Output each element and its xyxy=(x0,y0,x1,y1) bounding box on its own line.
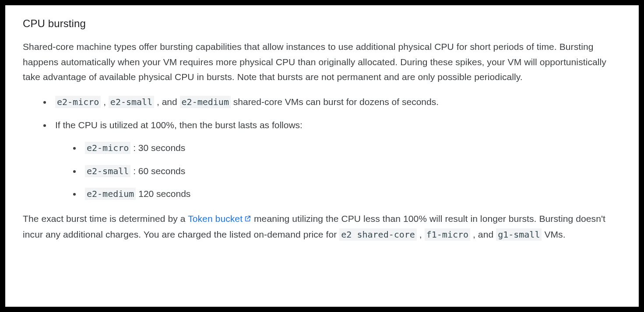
list-item: e2-micro : 30 seconds xyxy=(81,140,621,156)
intro-paragraph: Shared-core machine types offer bursting… xyxy=(23,39,621,85)
code-machine-type: e2-medium xyxy=(85,188,136,200)
code-g1-small: g1-small xyxy=(496,228,542,241)
external-link-icon xyxy=(244,212,251,227)
code-machine-type: e2-small xyxy=(85,165,130,177)
section-heading: CPU bursting xyxy=(23,18,621,30)
closing-paragraph: The exact burst time is determined by a … xyxy=(23,211,621,242)
text: If the CPU is utilized at 100%, then the… xyxy=(55,120,303,130)
text: , and xyxy=(154,97,179,107)
token-bucket-link[interactable]: Token bucket xyxy=(188,214,251,224)
code-e2-shared-core: e2 shared-core xyxy=(339,228,417,241)
burst-value: 120 seconds xyxy=(138,189,190,199)
list-item: e2-micro , e2-small , and e2-medium shar… xyxy=(52,95,621,110)
code-e2-micro: e2-micro xyxy=(55,96,101,108)
code-machine-type: e2-micro xyxy=(85,142,130,154)
burst-value: 60 seconds xyxy=(138,166,185,176)
text: shared-core VMs can burst for dozens of … xyxy=(231,97,439,107)
list-item: If the CPU is utilized at 100%, then the… xyxy=(52,118,621,202)
burst-duration-list: e2-micro : 30 seconds e2-small : 60 seco… xyxy=(55,140,621,202)
link-text: Token bucket xyxy=(188,214,243,224)
code-f1-micro: f1-micro xyxy=(425,228,470,241)
list-item: e2-medium 120 seconds xyxy=(81,186,621,202)
svg-line-0 xyxy=(247,216,250,219)
code-e2-small: e2-small xyxy=(109,96,154,108)
list-item: e2-small : 60 seconds xyxy=(81,164,621,179)
text: : xyxy=(130,166,138,176)
text: : xyxy=(130,143,138,153)
burst-value: 30 seconds xyxy=(138,143,185,153)
text: The exact burst time is determined by a xyxy=(23,214,188,224)
text: VMs. xyxy=(542,229,565,239)
text: , xyxy=(101,97,109,107)
text: , and xyxy=(470,229,496,239)
burst-overview-list: e2-micro , e2-small , and e2-medium shar… xyxy=(23,95,621,202)
code-e2-medium: e2-medium xyxy=(180,96,231,108)
text: , xyxy=(417,229,425,239)
